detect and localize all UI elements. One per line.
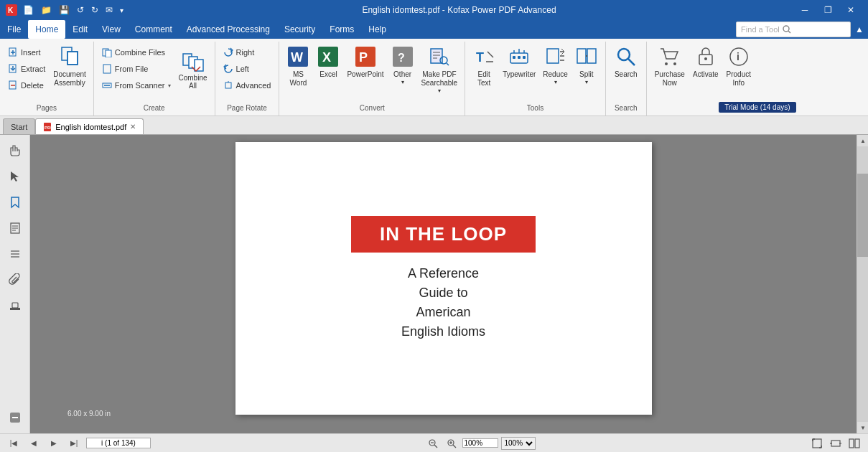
nav-first-button[interactable]: |◀ <box>6 437 22 450</box>
reduce-button[interactable]: Reduce ▾ <box>540 43 570 98</box>
split-button[interactable]: Split ▾ <box>572 43 601 98</box>
minimize-button[interactable]: ─ <box>793 0 816 20</box>
tab-close-button[interactable]: ✕ <box>130 123 136 131</box>
svg-text:T: T <box>476 50 484 65</box>
rotate-right-button[interactable]: Right <box>220 44 275 60</box>
hand-tool-button[interactable] <box>4 139 27 162</box>
right-scrollbar[interactable]: ▲ ▼ <box>857 135 868 433</box>
svg-marker-66 <box>11 197 19 207</box>
typewriter-icon <box>508 46 530 67</box>
new-button[interactable]: 📄 <box>22 5 35 15</box>
arrow-icon <box>9 170 22 183</box>
combine-all-button[interactable]: Combine All <box>176 43 210 98</box>
stamp-icon <box>9 299 22 312</box>
menu-view[interactable]: View <box>95 20 128 39</box>
ribbon-group-search: Search Search <box>606 42 647 116</box>
restore-button[interactable]: ❐ <box>816 0 839 20</box>
menu-edit[interactable]: Edit <box>65 20 95 39</box>
nav-prev-button[interactable]: ◀ <box>26 437 42 450</box>
make-searchable-icon <box>429 46 450 67</box>
ms-word-button[interactable]: W MS Word <box>284 43 312 98</box>
menu-forms[interactable]: Forms <box>322 20 361 39</box>
expand-button[interactable]: ▲ <box>855 24 864 34</box>
typewriter-button[interactable]: Typewriter <box>500 43 538 98</box>
find-tool-input[interactable]: Find a Tool <box>736 22 851 37</box>
document-assembly-button[interactable]: Document Assembly <box>50 43 89 98</box>
purchase-now-button[interactable]: Purchase Now <box>651 43 689 98</box>
svg-text:?: ? <box>398 52 405 64</box>
edit-text-button[interactable]: T Edit Text <box>470 43 498 98</box>
scroll-down-button[interactable]: ▼ <box>857 422 868 433</box>
menu-help[interactable]: Help <box>361 20 393 39</box>
delete-button[interactable]: Delete <box>4 77 49 93</box>
tab-start[interactable]: Start <box>3 118 35 134</box>
status-right <box>809 437 862 450</box>
rotate-right-label: Right <box>236 48 255 57</box>
bookmark-tool-button[interactable] <box>4 191 27 214</box>
product-info-button[interactable]: i Product Info <box>723 43 755 98</box>
close-button[interactable]: ✕ <box>839 0 862 20</box>
powerpoint-button[interactable]: P PowerPoint <box>344 43 386 98</box>
svg-line-56 <box>628 59 635 65</box>
email-button[interactable]: ✉ <box>104 5 114 15</box>
select-tool-button[interactable] <box>4 165 27 188</box>
svg-rect-53 <box>587 49 596 63</box>
fit-page-icon <box>811 438 823 449</box>
fit-page-button[interactable] <box>809 437 825 450</box>
extract-button[interactable]: Extract <box>4 61 49 77</box>
main-area: IN THE LOOP A Reference Guide to America… <box>0 135 868 433</box>
bookmark-icon <box>9 196 22 209</box>
stamp-tool-button[interactable] <box>4 294 27 317</box>
menu-advanced-processing[interactable]: Advanced Processing <box>179 20 277 39</box>
search-button[interactable]: Search <box>610 43 642 98</box>
scroll-up-button[interactable]: ▲ <box>857 135 868 146</box>
excel-icon: X <box>317 46 339 67</box>
menu-home[interactable]: Home <box>28 20 65 39</box>
subtitle-line4: English Idioms <box>401 322 485 342</box>
document-assembly-label: Document Assembly <box>53 70 86 88</box>
svg-point-55 <box>618 49 630 60</box>
customize-qa-button[interactable]: ▾ <box>118 6 125 14</box>
undo-button[interactable]: ↺ <box>75 5 85 15</box>
insert-button[interactable]: Insert <box>4 44 49 60</box>
menu-file[interactable]: File <box>0 20 28 39</box>
svg-rect-22 <box>225 83 231 88</box>
minus-tool-button[interactable] <box>4 406 27 429</box>
other-button[interactable]: ? Other ▾ <box>388 43 417 98</box>
nav-next-button[interactable]: ▶ <box>46 437 62 450</box>
nav-last-button[interactable]: ▶| <box>66 437 82 450</box>
svg-text:PDF: PDF <box>45 126 52 130</box>
zoom-out-button[interactable] <box>425 437 441 450</box>
page-tool-button[interactable] <box>4 217 27 240</box>
insert-label: Insert <box>21 48 41 57</box>
rotate-advanced-button[interactable]: Advanced <box>220 77 275 93</box>
menu-comment[interactable]: Comment <box>128 20 179 39</box>
attachment-tool-button[interactable] <box>4 268 27 291</box>
activate-button[interactable]: Activate <box>690 43 722 98</box>
pdf-area: IN THE LOOP A Reference Guide to America… <box>30 135 857 433</box>
open-button[interactable]: 📁 <box>39 5 53 15</box>
layers-tool-button[interactable] <box>4 243 27 265</box>
combine-files-icon <box>102 47 112 57</box>
make-searchable-button[interactable]: Make PDF Searchable ▾ <box>419 43 461 98</box>
zoom-dropdown[interactable]: 100%75%125%150% <box>501 437 536 450</box>
excel-button[interactable]: X Excel <box>314 43 342 98</box>
save-button[interactable]: 💾 <box>57 5 71 15</box>
pdf-subtitle: A Reference Guide to American English Id… <box>401 264 485 342</box>
app-icon: K <box>6 4 17 16</box>
zoom-input[interactable] <box>462 438 498 448</box>
fit-width-button[interactable] <box>828 437 844 450</box>
rotate-left-button[interactable]: Left <box>220 61 275 77</box>
combine-files-button[interactable]: Combine Files <box>98 44 174 60</box>
page-input[interactable] <box>86 438 151 448</box>
scroll-thumb[interactable] <box>857 174 868 256</box>
from-scanner-button[interactable]: From Scanner ▾ <box>98 77 174 93</box>
svg-rect-21 <box>195 60 203 71</box>
activate-icon <box>695 46 717 67</box>
from-file-button[interactable]: From File <box>98 61 174 77</box>
zoom-in-button[interactable] <box>444 437 459 450</box>
menu-security[interactable]: Security <box>277 20 322 39</box>
two-page-button[interactable] <box>846 437 862 450</box>
tab-active[interactable]: PDF English idomtest.pdf ✕ <box>35 118 144 134</box>
redo-button[interactable]: ↻ <box>90 5 100 15</box>
